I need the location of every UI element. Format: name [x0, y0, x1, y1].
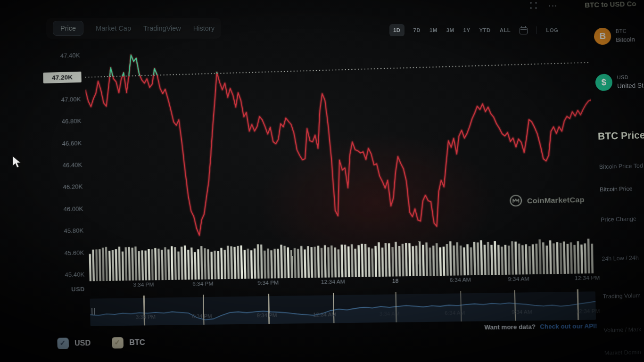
coin-row-btc[interactable]: BBTCBitcoin: [594, 25, 644, 51]
legend-toggle-btc[interactable]: BTC: [112, 337, 145, 349]
y-axis-label: 46.60K: [43, 140, 82, 148]
api-prompt-text: Want more data?: [484, 323, 536, 331]
y-axis-label: 46.20K: [44, 183, 83, 191]
y-axis-label: 46.80K: [43, 117, 81, 125]
usd-checkbox[interactable]: [57, 337, 69, 349]
sidebar-row-bitcoin-price[interactable]: Bitcoin Price: [600, 185, 633, 193]
x-axis-label: 12:34 AM: [321, 279, 345, 285]
navigator-label: 9:34 PM: [257, 313, 277, 319]
legend-usd-label: USD: [74, 339, 91, 347]
sidebar-row-price-change[interactable]: Price Change: [601, 215, 636, 223]
y-axis-label: 47.40K: [41, 52, 80, 60]
tab-tradingview[interactable]: TradingView: [143, 25, 181, 32]
sidebar-row-24h-low-24h[interactable]: 24h Low / 24h: [602, 255, 639, 262]
navigator-drag-handle[interactable]: [91, 308, 95, 315]
sidebar-row-trading-volum[interactable]: Trading Volum: [603, 292, 641, 300]
legend-btc-label: BTC: [129, 338, 145, 347]
coinmarketcap-chart-screen: PriceMarket CapTradingViewHistory 1D7D1M…: [0, 0, 644, 362]
y-axis-label: 45.80K: [45, 227, 83, 235]
coinmarketcap-logo-icon: [509, 194, 523, 207]
tab-price[interactable]: Price: [53, 21, 83, 36]
y-axis-unit-label: USD: [47, 286, 85, 293]
watermark: CoinMarketCap: [509, 193, 585, 207]
x-axis-label: 18: [392, 278, 399, 283]
navigator-label: 12:34 AM: [313, 312, 336, 318]
navigator-label: 6:34 AM: [445, 310, 465, 316]
x-axis-label: 9:34 PM: [257, 280, 279, 286]
chart-panel: 47.20K USD CoinMarketCap Want more data?…: [41, 27, 601, 356]
range-7d[interactable]: 7D: [413, 27, 421, 33]
coin-row-usd[interactable]: $USDUnited St: [595, 72, 644, 97]
legend-toggle-usd[interactable]: USD: [57, 337, 91, 349]
x-axis-label: 3:34 PM: [133, 281, 154, 288]
api-prompt: Want more data? Check out our API!: [388, 323, 597, 332]
sidebar-row-market-domin[interactable]: Market Domin: [604, 349, 641, 356]
y-axis-label: 46.40K: [44, 161, 82, 169]
api-link[interactable]: Check out our API!: [540, 323, 597, 330]
tab-history[interactable]: History: [193, 25, 215, 32]
coin-name: United St: [617, 82, 644, 90]
price-chart-plot[interactable]: [85, 34, 595, 285]
navigator-label: 6:34 PM: [192, 313, 212, 319]
tab-market-cap[interactable]: Market Cap: [96, 25, 131, 32]
navigator-label: 3:34 PM: [136, 314, 156, 320]
previous-close-price-tag: 47.20K: [43, 72, 81, 83]
btc-checkbox[interactable]: [112, 337, 124, 348]
right-sidebar: BTC to USD Co BBTCBitcoin$USDUnited St B…: [584, 0, 644, 362]
grid-icon[interactable]: [530, 2, 537, 9]
y-axis-label: 45.40K: [46, 271, 84, 279]
sidebar-row-bitcoin-price-tod[interactable]: Bitcoin Price Tod: [599, 163, 643, 171]
navigator-label: 9:34 AM: [512, 309, 532, 315]
coin-name: Bitcoin: [616, 36, 635, 43]
y-axis-label: 46.00K: [45, 205, 83, 213]
more-icon[interactable]: [549, 5, 557, 7]
x-axis-label: 9:34 AM: [508, 276, 529, 282]
mouse-cursor: [11, 156, 24, 169]
sidebar-title: BTC to USD Co: [585, 0, 636, 9]
y-axis-label: 47.00K: [42, 96, 81, 104]
coin-symbol: BTC: [616, 28, 627, 34]
y-axis-label: 45.60K: [46, 249, 84, 256]
x-axis-label: 6:34 PM: [192, 281, 213, 287]
btc-icon: B: [594, 27, 611, 45]
watermark-label: CoinMarketCap: [527, 195, 585, 205]
navigator-label: 3:34 AM: [380, 311, 400, 317]
coin-symbol: USD: [617, 74, 628, 80]
x-axis-label: 6:34 AM: [450, 277, 471, 283]
sidebar-section-title: BTC Price: [598, 129, 644, 142]
chart-tab-bar: PriceMarket CapTradingViewHistory: [46, 18, 221, 39]
usd-icon: $: [595, 74, 612, 91]
pair-section: BBTCBitcoin$USDUnited St: [585, 26, 644, 28]
sidebar-row-volume-mark[interactable]: Volume / Mark: [603, 326, 641, 334]
